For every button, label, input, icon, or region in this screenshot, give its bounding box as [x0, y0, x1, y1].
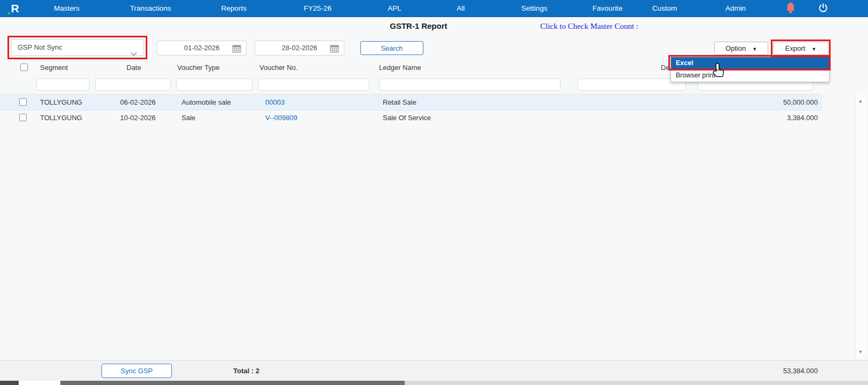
- nav-item-transactions[interactable]: Transactions: [130, 0, 171, 17]
- nav-item-reports[interactable]: Reports: [221, 0, 246, 17]
- date-to-value: 28-02-2026: [282, 44, 318, 52]
- cell-ledger-name: Retail Sale: [383, 95, 416, 110]
- vertical-scrollbar[interactable]: ▲ ▼: [855, 94, 865, 359]
- top-nav-bar: R Masters Transactions Reports FY25-26 A…: [0, 0, 868, 17]
- caret-down-icon: ▼: [811, 46, 816, 52]
- search-button[interactable]: Search: [360, 41, 423, 55]
- export-menu-item-excel[interactable]: Excel: [671, 57, 829, 69]
- nav-item-all[interactable]: All: [456, 0, 464, 17]
- calendar-icon[interactable]: [330, 44, 339, 58]
- nav-item-favourite[interactable]: Favourite: [593, 0, 622, 17]
- column-header-ledger-name[interactable]: Ledger Name: [379, 64, 421, 72]
- filter-input-ledger-name[interactable]: [379, 78, 561, 91]
- gsp-status-dropdown-value: GSP Not Sync: [18, 43, 62, 51]
- footer-bar: Sync GSP Total : 2 53,384.000: [0, 360, 868, 381]
- calendar-icon[interactable]: [232, 44, 241, 58]
- filter-input-voucher-no[interactable]: [258, 78, 369, 91]
- filter-input-date[interactable]: [95, 78, 171, 91]
- gstr1-report-screen: R Masters Transactions Reports FY25-26 A…: [0, 0, 868, 385]
- nav-item-settings[interactable]: Settings: [522, 0, 548, 17]
- cell-date: 10-02-2026: [120, 110, 156, 125]
- table-row[interactable]: TOLLYGUNG 06-02-2026 Automobile sale 000…: [0, 94, 822, 111]
- filter-input-voucher-type[interactable]: [176, 78, 252, 91]
- option-button-label: Option: [725, 44, 746, 52]
- cell-voucher-type: Sale: [182, 110, 195, 125]
- date-from-input[interactable]: 01-02-2026: [157, 41, 247, 56]
- total-amount-value: 53,384.000: [783, 367, 818, 375]
- cell-ledger-name: Sale Of Service: [383, 110, 431, 125]
- cell-segment: TOLLYGUNG: [40, 95, 82, 110]
- nav-item-apl[interactable]: APL: [388, 0, 401, 17]
- total-count-label: Total : 2: [233, 367, 259, 375]
- column-header-voucher-type[interactable]: Voucher Type: [177, 64, 219, 72]
- option-button[interactable]: Option▼: [714, 42, 768, 55]
- export-button[interactable]: Export▼: [773, 42, 828, 55]
- nav-item-custom[interactable]: Custom: [652, 0, 677, 17]
- power-logout-icon[interactable]: [818, 3, 828, 15]
- date-to-input[interactable]: 28-02-2026: [255, 41, 344, 56]
- cell-amount: 50,000.000: [783, 95, 818, 110]
- filter-input-col6[interactable]: [578, 78, 686, 91]
- select-all-checkbox[interactable]: [20, 64, 28, 71]
- bottom-strip-segment: [405, 381, 868, 385]
- row-checkbox[interactable]: [19, 98, 27, 106]
- date-from-value: 01-02-2026: [184, 44, 220, 52]
- bottom-strip-segment: [19, 381, 60, 385]
- filter-input-segment[interactable]: [36, 78, 90, 91]
- cell-date: 06-02-2026: [120, 95, 156, 110]
- export-button-label: Export: [785, 44, 806, 52]
- row-checkbox[interactable]: [19, 114, 27, 121]
- scroll-down-icon[interactable]: ▼: [856, 349, 865, 355]
- check-master-count-link[interactable]: Click to Check Master Count :: [540, 22, 638, 31]
- export-dropdown-menu: Excel Browser print: [670, 57, 830, 82]
- cell-voucher-type: Automobile sale: [182, 95, 231, 110]
- cell-voucher-no-link[interactable]: 00003: [265, 95, 285, 110]
- nav-item-fy25-26[interactable]: FY25-26: [304, 0, 332, 17]
- sync-gsp-button[interactable]: Sync GSP: [101, 364, 172, 378]
- cell-segment: TOLLYGUNG: [40, 110, 82, 125]
- table-row[interactable]: TOLLYGUNG 10-02-2026 Sale V--009809 Sale…: [0, 110, 822, 125]
- page-title: GSTR-1 Report: [390, 21, 447, 30]
- app-logo-letter: R: [11, 2, 19, 14]
- chevron-down-icon: [130, 46, 137, 62]
- bottom-strip-segment: [60, 381, 405, 385]
- app-logo[interactable]: R: [7, 2, 22, 15]
- gsp-status-dropdown[interactable]: GSP Not Sync: [11, 39, 144, 56]
- cell-voucher-no-link[interactable]: V--009809: [265, 110, 297, 125]
- nav-item-masters[interactable]: Masters: [54, 0, 80, 17]
- cell-amount: 3,384.000: [787, 110, 818, 125]
- bottom-strip-segment: [0, 381, 19, 385]
- column-header-de-partial[interactable]: De: [661, 64, 670, 72]
- logo-green-dot: [8, 12, 10, 14]
- scroll-up-icon[interactable]: ▲: [856, 98, 865, 104]
- column-header-voucher-no[interactable]: Voucher No.: [259, 64, 298, 72]
- nav-item-admin[interactable]: Admin: [725, 0, 746, 17]
- notification-bell-icon[interactable]: [785, 2, 796, 17]
- column-header-segment[interactable]: Segment: [40, 64, 68, 72]
- export-menu-item-browser-print[interactable]: Browser print: [671, 69, 829, 82]
- cursor-hand-icon: [711, 62, 726, 81]
- column-header-date[interactable]: Date: [127, 64, 141, 72]
- caret-down-icon: ▼: [752, 46, 757, 52]
